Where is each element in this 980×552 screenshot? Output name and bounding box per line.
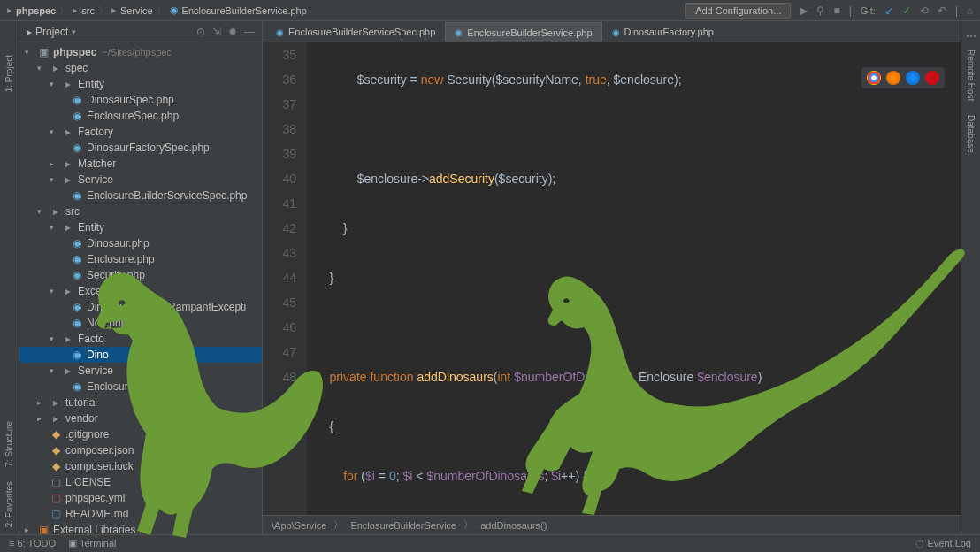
folder-icon: ▸ (73, 4, 78, 16)
tree-external-libs[interactable]: ▸▣External Libraries (19, 522, 262, 534)
run-icon[interactable]: ▶ (800, 4, 808, 17)
right-tool-strip: ⋯ Remote Host Database (961, 21, 980, 534)
target-icon[interactable]: ⊙ (196, 26, 205, 38)
tree-file[interactable]: ◉EnclosureSpec.php (19, 108, 262, 124)
tree-file[interactable]: ◆composer.lock (19, 458, 262, 474)
editor-tab[interactable]: ◉DinosaurFactory.php (602, 22, 724, 42)
tree-file[interactable]: ◉Enclosure.php (19, 251, 262, 267)
browser-icons (861, 67, 945, 88)
search-icon[interactable]: ⌕ (967, 4, 973, 17)
tree-folder[interactable]: ▾▸Exception (19, 283, 262, 299)
event-log[interactable]: ◌ Event Log (915, 538, 971, 549)
tree-folder[interactable]: ▾▸Entity (19, 76, 262, 92)
tree-root[interactable]: ▾▣phpspec~/Sites/phpspec (19, 44, 262, 60)
tree-file[interactable]: ◉EnclosureBuilder. (19, 379, 262, 395)
tree-folder[interactable]: ▾▸Entity (19, 219, 262, 235)
opera-icon[interactable] (925, 71, 939, 85)
code-content[interactable]: $security = new Security($securityName, … (307, 42, 961, 515)
tree-folder[interactable]: ▸▸Matcher (19, 156, 262, 172)
tree-file[interactable]: ◉Not .php (19, 315, 262, 331)
debug-icon[interactable]: ⚲ (816, 4, 824, 17)
tree-folder[interactable]: ▾▸src (19, 203, 262, 219)
tree-file[interactable]: ◉Security.php (19, 267, 262, 283)
collapse-icon[interactable]: ⇲ (212, 26, 221, 38)
tree-file[interactable]: ◉Dinosaur.php (19, 235, 262, 251)
tree-file[interactable]: ◆.gitignore (19, 426, 262, 442)
tree-folder[interactable]: ▸▸tutorial (19, 395, 262, 410)
run-config-button[interactable]: Add Configuration... (685, 3, 791, 19)
history-icon[interactable]: ⟲ (920, 4, 929, 17)
folder-icon: ▸ (7, 4, 12, 16)
editor-tab[interactable]: ◉EnclosureBuilderServiceSpec.php (266, 22, 445, 42)
tree-folder[interactable]: ▾▸Facto (19, 331, 262, 347)
stop-icon[interactable]: ■ (833, 4, 839, 17)
left-tool-strip: 1: Project 7: Structure 2: Favorites (0, 21, 19, 534)
php-file-icon: ◉ (276, 27, 284, 37)
tab-bar: ◉EnclosureBuilderServiceSpec.php ◉Enclos… (263, 21, 961, 42)
project-tree[interactable]: ▾▣phpspec~/Sites/phpspec ▾▸spec ▾▸Entity… (19, 42, 262, 534)
editor-tab-active[interactable]: ◉EnclosureBuilderService.php (445, 22, 601, 42)
top-toolbar: ▸ phpspec 〉 ▸ src 〉 ▸ Service 〉 ◉ Enclos… (0, 0, 980, 21)
tree-file[interactable]: ◉DinosaurFactorySpec.php (19, 140, 262, 156)
folder-icon: ▸ (111, 4, 117, 16)
tree-file[interactable]: ◉DinosaurSpec.php (19, 92, 262, 108)
code-editor[interactable]: 353637 383940 414243 444546 4748 $securi… (263, 42, 961, 515)
panel-title[interactable]: ▸ Project ▾ (27, 26, 76, 38)
safari-icon[interactable] (906, 71, 920, 85)
more-icon[interactable]: ⋯ (966, 30, 976, 42)
breadcrumb-item[interactable]: Service (120, 5, 153, 16)
tool-structure[interactable]: 7: Structure (4, 421, 14, 467)
editor-area: ◉EnclosureBuilderServiceSpec.php ◉Enclos… (263, 21, 961, 534)
php-file-icon: ◉ (170, 4, 179, 16)
breadcrumb-root[interactable]: phpspec (16, 5, 56, 16)
tree-file[interactable]: ◉EnclosureBuilderServiceSpec.php (19, 188, 262, 203)
chevron-down-icon: ▾ (72, 27, 76, 36)
php-file-icon: ◉ (612, 27, 620, 37)
php-file-icon: ◉ (455, 27, 463, 37)
tree-folder[interactable]: ▾▸Factory (19, 124, 262, 140)
tree-file[interactable]: ▢LICENSE (19, 474, 262, 490)
tool-remote-host[interactable]: Remote Host (966, 50, 976, 101)
chrome-icon[interactable] (867, 71, 881, 85)
project-panel: ▸ Project ▾ ⊙ ⇲ ✸ — ▾▣phpspec~/Sites/php… (19, 21, 263, 534)
tree-folder[interactable]: ▾▸spec (19, 60, 262, 76)
git-label: Git: (861, 5, 876, 16)
tree-file[interactable]: ◉DinosaursAre ingRampantExcepti (19, 299, 262, 315)
revert-icon[interactable]: ↶ (938, 4, 946, 17)
tree-folder[interactable]: ▾▸Service (19, 363, 262, 379)
breadcrumb-file[interactable]: EnclosureBuilderService.php (182, 5, 307, 16)
vcs-update-icon[interactable]: ↙ (884, 4, 893, 17)
divider: | (849, 4, 852, 17)
breadcrumb[interactable]: ▸ phpspec 〉 ▸ src 〉 ▸ Service 〉 ◉ Enclos… (7, 4, 307, 17)
gear-icon[interactable]: ✸ (228, 26, 237, 38)
tool-database[interactable]: Database (966, 115, 976, 153)
hide-icon[interactable]: — (244, 26, 255, 38)
line-gutter: 353637 383940 414243 444546 4748 (263, 42, 307, 515)
project-icon: ▸ (27, 26, 32, 38)
firefox-icon[interactable] (886, 71, 900, 85)
todo-tool[interactable]: ≡ 6: TODO (9, 538, 56, 549)
tool-favorites[interactable]: 2: Favorites (4, 481, 14, 527)
terminal-tool[interactable]: ▣ Terminal (68, 538, 116, 549)
tree-file[interactable]: ▢phpspec.yml (19, 490, 262, 506)
tree-file[interactable]: ▢README.md (19, 506, 262, 522)
breadcrumb-bottom[interactable]: \App\Service〉 EnclosureBuilderService〉 a… (263, 515, 961, 534)
tool-project[interactable]: 1: Project (4, 55, 14, 92)
tree-folder[interactable]: ▸▸vendor (19, 410, 262, 426)
tree-file-selected[interactable]: ◉Dino (19, 347, 262, 363)
vcs-commit-icon[interactable]: ✓ (902, 4, 911, 17)
tree-file[interactable]: ◆composer.json (19, 442, 262, 458)
divider: | (955, 4, 958, 17)
status-bar: ≡ 6: TODO ▣ Terminal ◌ Event Log (0, 534, 980, 552)
tree-folder[interactable]: ▾▸Service (19, 172, 262, 188)
breadcrumb-item[interactable]: src (81, 5, 95, 16)
